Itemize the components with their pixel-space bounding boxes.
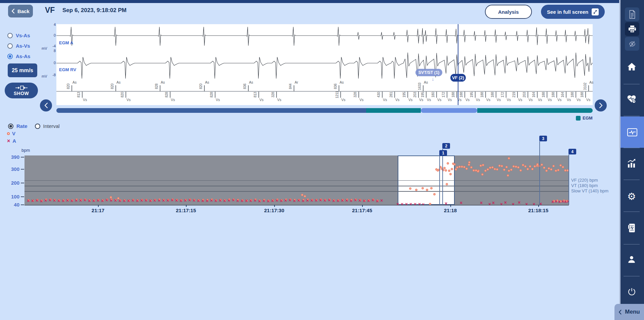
vs-label: Vs [341, 98, 345, 102]
egm-mode-radio-as-as[interactable]: As-As [7, 51, 30, 61]
v-data-point [557, 169, 559, 171]
vs-label: Vs [427, 98, 431, 102]
egm-strip[interactable]: As820As820As828As820As836Ar844As836As163… [56, 24, 593, 105]
episode-badge-3[interactable]: 3 [539, 136, 547, 141]
egm-mode-radio-vs-as[interactable]: Vs-As [7, 30, 30, 41]
v-data-point [458, 166, 461, 168]
sweep-speed-button[interactable]: 25 mm/s [8, 63, 37, 77]
v-data-point [498, 165, 501, 167]
a-data-point: × [49, 198, 51, 202]
show-button[interactable]: SHOW [5, 83, 38, 98]
v-data-point [482, 164, 484, 166]
a-data-point: × [53, 198, 56, 203]
vs-tick [517, 92, 518, 98]
vs-interval: 195 [421, 90, 425, 100]
episode-badge-4[interactable]: 4 [568, 149, 576, 154]
threshold-label-1: VT (180) bpm [571, 183, 598, 188]
back-label: Back [17, 8, 30, 14]
a-data-point: × [132, 198, 134, 203]
v-data-point [449, 173, 452, 175]
episode-pill-vf[interactable]: VF (2) [450, 74, 466, 82]
as-interval: 820 [66, 81, 70, 91]
sidebar-item-statistics[interactable] [619, 159, 644, 168]
a-data-point: × [232, 198, 235, 202]
v-data-point [453, 163, 456, 166]
scrollbar-segment-0[interactable] [56, 108, 366, 113]
rate-plot[interactable]: ××××××××××××××××××××××××××××××××××××××××… [24, 155, 569, 205]
legend-v: V [7, 131, 15, 136]
sidebar-item-print[interactable] [625, 22, 639, 36]
v-data-point [494, 168, 496, 170]
vs-interval: 164 [532, 90, 536, 100]
sweep-speed-label: 25 mm/s [12, 67, 33, 74]
fullscreen-button[interactable]: See in full screen [541, 5, 605, 19]
back-button[interactable]: Back [8, 5, 33, 17]
rate-mode-radio-rate[interactable]: Rate [8, 121, 28, 131]
episode-badge-2[interactable]: 2 [442, 143, 450, 149]
vs-interval: 813 [77, 90, 81, 100]
scrollbar-segment-1[interactable] [366, 108, 421, 113]
egm-scroll-left-button[interactable] [40, 99, 52, 111]
as-tick [115, 85, 116, 91]
a-data-point: × [319, 198, 322, 202]
sidebar-item-home[interactable] [619, 62, 644, 71]
x-tick-mark [186, 205, 187, 207]
v-data-point [522, 164, 524, 166]
x-tick-label: 21:17:30 [259, 208, 289, 213]
egm-cursor-line[interactable] [458, 24, 458, 105]
sidebar-item-settings[interactable]: ⚙ [619, 191, 644, 202]
a-data-point: × [271, 198, 274, 203]
y-tick-mark [21, 204, 24, 205]
sidebar-separator [624, 84, 640, 84]
sidebar-item-reports[interactable] [625, 7, 639, 21]
egm-mode-radio-as-vs[interactable]: As-Vs [7, 41, 30, 51]
x-tick-mark [362, 205, 363, 207]
sidebar-item-power[interactable] [619, 287, 644, 296]
egm-timeline-scrollbar[interactable] [56, 108, 593, 113]
v-data-point [468, 161, 470, 164]
as-label: As [424, 80, 428, 84]
a-data-point: × [105, 198, 108, 202]
sidebar-item-user[interactable] [619, 255, 644, 264]
v-data-point [524, 165, 527, 168]
a-data-point: × [136, 198, 139, 203]
scrollbar-segment-3[interactable] [477, 108, 593, 113]
vs-interval: 188 [571, 90, 575, 100]
a-data-point: × [262, 198, 265, 203]
radio-icon [7, 43, 13, 49]
a-data-point: × [561, 199, 564, 204]
vs-tick [358, 92, 359, 98]
scrollbar-segment-2[interactable] [421, 108, 477, 113]
vs-tick [485, 92, 486, 98]
as-interval: 820 [110, 81, 114, 91]
rate-mode-radio-interval[interactable]: Interval [35, 121, 60, 131]
episode-pill-svt[interactable]: SVT/ST (1) [415, 69, 442, 76]
user-icon [627, 255, 636, 264]
analysis-button[interactable]: Analysis [485, 5, 532, 19]
a-data-point: × [337, 198, 339, 203]
y-tick-label: 390 [5, 154, 19, 160]
vs-interval: 180 [431, 90, 435, 100]
vs-tick [82, 92, 83, 98]
egm-scroll-right-button[interactable] [595, 99, 607, 111]
v-data-point [527, 168, 529, 170]
v-data-point [543, 167, 545, 169]
v-data-point [443, 167, 446, 169]
sidebar-item-device[interactable] [619, 95, 644, 104]
sidebar-item-egm-selected[interactable] [621, 117, 644, 148]
episode-badge-1[interactable]: 1 [439, 150, 447, 156]
sidebar-separator [624, 116, 640, 116]
as-tick [204, 85, 205, 91]
v-data-point [304, 195, 306, 197]
a-data-point: × [88, 198, 91, 203]
as-label: As [116, 80, 120, 84]
app-canvas: Back VF Sep 6, 2023, 9:18:02 PM Analysis… [0, 0, 644, 320]
sidebar-item-medical-report[interactable] [619, 223, 644, 233]
a-data-point: × [241, 198, 243, 203]
power-icon [627, 287, 636, 296]
svt-down-arrow-icon: ↓ [429, 76, 437, 81]
vs-label: Vs [437, 98, 441, 102]
v-data-point [463, 166, 465, 168]
sidebar-item-sync[interactable] [625, 37, 639, 51]
menu-button[interactable]: Menu [614, 304, 644, 320]
